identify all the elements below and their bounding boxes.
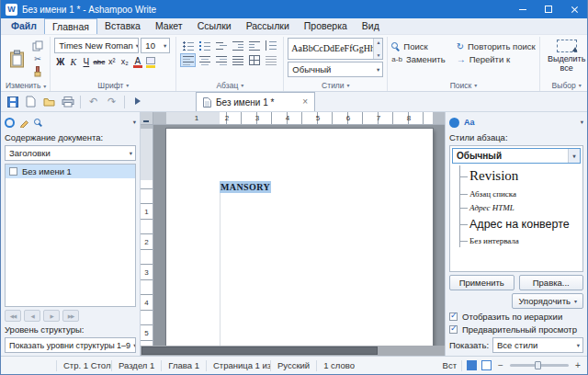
italic-button[interactable]: К <box>67 55 79 69</box>
nav-first-button[interactable]: ◀◀ <box>5 310 21 322</box>
dropdown-icon[interactable]: ▾ <box>347 82 350 88</box>
open-button[interactable] <box>41 94 57 109</box>
zoom-out-button[interactable]: − <box>496 360 505 370</box>
organize-button[interactable]: Упорядочить▾ <box>512 293 583 309</box>
shading-button[interactable] <box>263 53 278 67</box>
menu-item-layout[interactable]: Макет <box>148 18 190 34</box>
goto-button[interactable]: →Перейти к <box>457 54 536 64</box>
undo-button[interactable]: ↶ <box>85 94 101 109</box>
status-language[interactable]: Русский <box>271 360 317 371</box>
preview-checkbox-row[interactable]: ✓ Предварительный просмотр <box>449 324 583 335</box>
navigator-icon[interactable] <box>5 118 15 128</box>
gallery-scroll-down-icon[interactable]: ▼ <box>376 52 380 58</box>
nav-last-button[interactable]: ▶▶ <box>62 310 79 322</box>
strikethrough-button[interactable]: abc <box>93 55 105 69</box>
maximize-button[interactable] <box>536 0 561 18</box>
pencil-icon[interactable] <box>19 118 29 128</box>
menu-item-references[interactable]: Ссылки <box>190 18 239 34</box>
style-list[interactable]: Обычный ▾ Revision Абзац списка Адрес HT… <box>449 145 583 272</box>
dropdown-icon[interactable]: ▾ <box>241 82 243 88</box>
increase-indent-button[interactable] <box>246 39 262 52</box>
dropdown-icon[interactable]: ▾ <box>579 82 582 88</box>
find-button[interactable]: Поиск <box>391 41 445 51</box>
paste-button[interactable] <box>6 38 28 80</box>
apply-button[interactable]: Применить <box>449 275 514 290</box>
decrease-indent-button[interactable] <box>230 39 245 52</box>
style-gallery[interactable]: AaBbCcDdEeFfGgHhIiJj ▲ ▼ <box>288 38 383 60</box>
borders-button[interactable] <box>246 53 262 67</box>
status-chapter[interactable]: Глава 1 <box>162 360 207 371</box>
preview-checkbox[interactable]: ✓ <box>449 325 458 334</box>
menu-item-insert[interactable]: Вставка <box>97 18 148 34</box>
headings-filter-combo[interactable]: Заголовки▾ <box>5 145 136 161</box>
gallery-scroll-up-icon[interactable]: ▲ <box>376 40 380 45</box>
bold-button[interactable]: Ж <box>54 55 66 69</box>
nav-prev-button[interactable]: ◀ <box>24 310 40 322</box>
item-checkbox[interactable] <box>9 167 17 176</box>
tab-stop-selector[interactable] <box>141 112 153 125</box>
close-button[interactable] <box>561 0 587 18</box>
page-view-button[interactable] <box>467 360 477 370</box>
cut-button[interactable]: ✂ <box>30 52 45 65</box>
menu-item-home[interactable]: Главная <box>44 18 97 34</box>
bullets-button[interactable] <box>180 39 196 52</box>
redo-button[interactable]: ↷ <box>104 94 119 109</box>
superscript-button[interactable]: x² <box>106 55 118 69</box>
select-all-button[interactable]: Выделить все <box>544 38 588 79</box>
search-icon[interactable] <box>34 119 42 127</box>
align-left-button[interactable] <box>180 53 196 67</box>
document-outline-list[interactable]: Без имени 1 <box>5 164 136 307</box>
menu-item-mailings[interactable]: Рассылки <box>239 18 297 34</box>
style-item-revision[interactable]: Revision <box>460 165 581 187</box>
underline-button[interactable]: Ч <box>80 55 92 69</box>
zoom-slider[interactable] <box>510 364 569 367</box>
character-styles-icon[interactable]: Аа <box>464 118 475 127</box>
web-view-button[interactable] <box>481 360 492 370</box>
dropdown-icon[interactable]: ▾ <box>126 82 129 88</box>
replace-button[interactable]: a-bЗаменить <box>391 54 445 64</box>
edit-style-button[interactable]: Правка... <box>519 275 584 290</box>
font-family-combo[interactable]: Times New Roman▾ <box>54 38 139 53</box>
document-canvas[interactable]: MANSORY <box>153 125 445 346</box>
menu-item-file[interactable]: Файл <box>4 18 44 34</box>
line-spacing-button[interactable] <box>263 39 278 52</box>
print-button[interactable] <box>60 94 75 109</box>
insert-mode-indicator[interactable]: Вст <box>443 360 457 370</box>
align-right-button[interactable] <box>213 53 229 67</box>
repeat-search-button[interactable]: ↻Повторить поиск <box>457 41 536 51</box>
status-word-count[interactable]: 1 слово <box>317 360 361 371</box>
menu-item-review[interactable]: Проверка <box>297 18 355 34</box>
style-item-no-spacing[interactable]: Без интервала <box>460 233 581 247</box>
minimize-button[interactable] <box>510 0 536 18</box>
paragraph-styles-icon[interactable] <box>449 118 459 128</box>
nav-next-button[interactable]: ▶ <box>43 310 60 322</box>
hierarchy-checkbox[interactable]: ✓ <box>449 312 458 321</box>
scrollbar-thumb[interactable] <box>141 347 378 355</box>
vertical-ruler[interactable]: 1 2 3 4 5 <box>141 125 153 346</box>
status-position[interactable]: Стр. 1 Столб. 1 <box>57 360 112 371</box>
horizontal-ruler[interactable]: 1 2 3 4 5 6 7 8 <box>153 112 445 125</box>
jump-marker-button[interactable] <box>130 94 145 109</box>
copy-button[interactable] <box>30 40 45 52</box>
justify-button[interactable] <box>230 53 245 67</box>
show-filter-combo[interactable]: Все стили▾ <box>492 337 583 353</box>
panel-menu-icon[interactable]: ▾ <box>581 119 583 126</box>
selected-text[interactable]: MANSORY <box>220 181 271 193</box>
panel-menu-icon[interactable]: ▾ <box>133 119 136 126</box>
font-color-button[interactable]: А <box>131 55 143 69</box>
outline-item[interactable]: Без имени 1 <box>6 165 135 178</box>
subscript-button[interactable]: x₂ <box>119 55 130 69</box>
document-tab[interactable]: Без имени 1 * × <box>196 92 315 111</box>
font-size-combo[interactable]: 10▾ <box>141 38 170 53</box>
status-page[interactable]: Страница 1 из 1 <box>207 360 271 371</box>
style-item-envelope-address[interactable]: Адрес на конверте <box>460 215 581 233</box>
style-item-list-paragraph[interactable]: Абзац списка <box>460 187 581 200</box>
outline-level-combo[interactable]: Показать уровни структуры 1–9▾ <box>5 337 136 353</box>
numbering-button[interactable] <box>197 39 212 52</box>
zoom-in-button[interactable]: + <box>573 360 582 370</box>
status-section[interactable]: Раздел 1 <box>112 360 162 371</box>
new-document-button[interactable] <box>23 94 39 109</box>
format-painter-button[interactable] <box>30 65 45 78</box>
multilevel-list-button[interactable] <box>213 39 229 52</box>
style-item-html-address[interactable]: Адрес HTML <box>460 200 581 215</box>
